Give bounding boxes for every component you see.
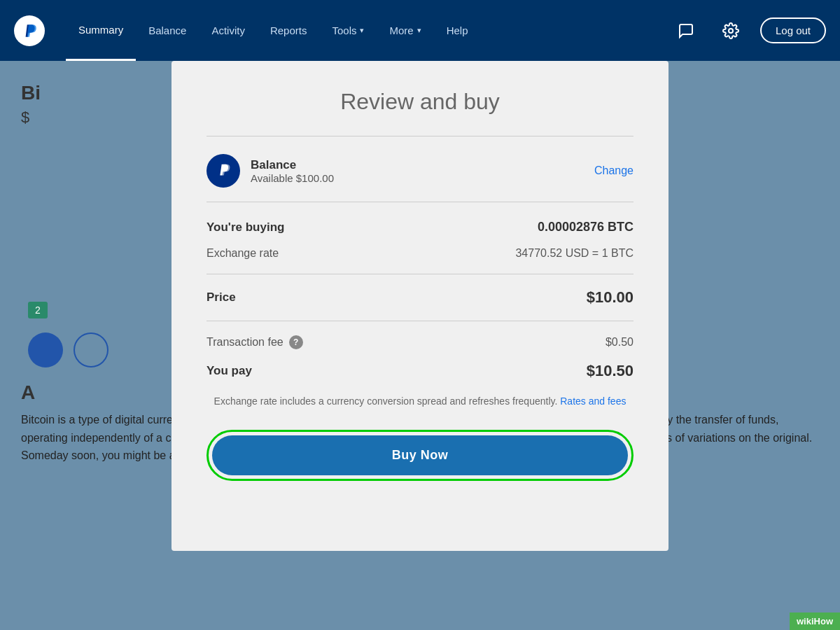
transaction-fee-label-group: Transaction fee ? [206, 335, 303, 349]
navbar: Summary Balance Activity Reports Tools ▾… [0, 0, 840, 61]
modal-top-divider [206, 136, 634, 136]
you-pay-value: $10.50 [587, 362, 634, 380]
exchange-rate-row: Exchange rate 34770.52 USD = 1 BTC [206, 247, 634, 260]
nav-right: Log out [671, 15, 826, 46]
nav-balance[interactable]: Balance [136, 0, 199, 61]
buy-now-button[interactable]: Buy Now [212, 435, 628, 475]
settings-icon-button[interactable] [715, 15, 746, 46]
payment-available: Available $100.00 [251, 172, 594, 184]
price-label: Price [206, 290, 236, 304]
buying-row: You're buying 0.00002876 BTC [206, 220, 634, 234]
nav-tools[interactable]: Tools ▾ [319, 0, 377, 61]
buying-value: 0.00002876 BTC [538, 220, 634, 234]
buying-label: You're buying [206, 220, 284, 234]
review-buy-modal: Review and buy Balance Available $100.00… [172, 61, 668, 551]
message-icon-button[interactable] [671, 15, 701, 46]
nav-links: Summary Balance Activity Reports Tools ▾… [66, 0, 671, 61]
transaction-fee-row: Transaction fee ? $0.50 [206, 335, 634, 349]
price-row: Price $10.00 [206, 288, 634, 307]
section-divider-2 [206, 321, 634, 321]
disclaimer-text: Exchange rate includes a currency conver… [206, 394, 634, 409]
modal-wrapper: Review and buy Balance Available $100.00… [0, 61, 840, 630]
nav-activity[interactable]: Activity [199, 0, 258, 61]
more-dropdown-arrow: ▾ [417, 26, 421, 35]
svg-point-0 [729, 29, 733, 33]
nav-more[interactable]: More ▾ [377, 0, 433, 61]
price-value: $10.00 [587, 288, 634, 307]
change-payment-link[interactable]: Change [594, 164, 634, 177]
you-pay-row: You pay $10.50 [206, 362, 634, 380]
transaction-fee-label: Transaction fee [206, 336, 284, 349]
exchange-rate-label: Exchange rate [206, 247, 279, 260]
transaction-fee-help-icon[interactable]: ? [289, 335, 303, 349]
payment-info: Balance Available $100.00 [251, 158, 594, 184]
buy-now-button-wrapper: Buy Now [206, 430, 634, 481]
nav-summary[interactable]: Summary [66, 0, 136, 61]
paypal-logo-modal [206, 154, 240, 188]
transaction-fee-value: $0.50 [606, 336, 634, 349]
rates-fees-link[interactable]: Rates and fees [560, 396, 626, 407]
payment-method-row: Balance Available $100.00 Change [206, 154, 634, 202]
paypal-logo [14, 15, 45, 46]
modal-title: Review and buy [206, 89, 634, 115]
section-divider-1 [206, 274, 634, 274]
payment-method-name: Balance [251, 158, 594, 172]
exchange-rate-value: 34770.52 USD = 1 BTC [515, 247, 634, 260]
tools-dropdown-arrow: ▾ [360, 26, 364, 35]
nav-reports[interactable]: Reports [258, 0, 320, 61]
wikihow-badge: wikiHow [790, 612, 840, 630]
nav-help[interactable]: Help [434, 0, 481, 61]
you-pay-label: You pay [206, 364, 252, 378]
logout-button[interactable]: Log out [760, 18, 826, 43]
